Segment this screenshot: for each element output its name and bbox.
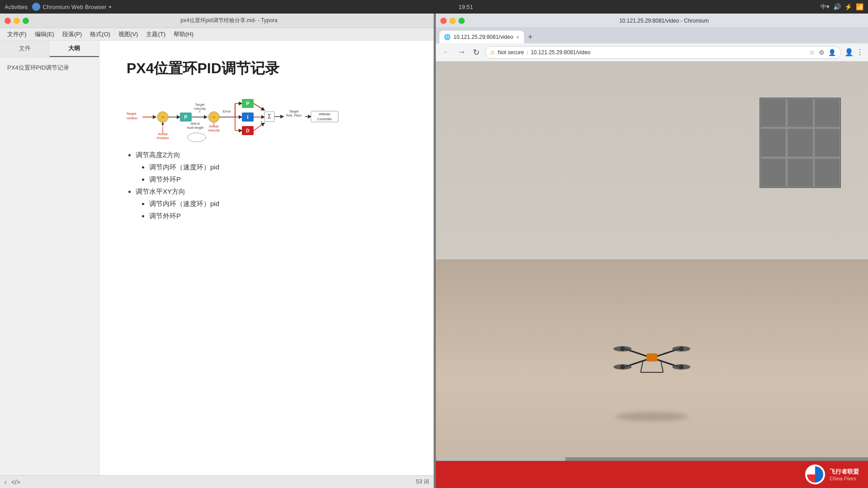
svg-text:hush length: hush length <box>187 126 203 130</box>
chrome-new-tab-button[interactable]: + <box>524 31 537 43</box>
sys-icon-3: 📶 <box>856 3 863 10</box>
svg-text:D: D <box>246 128 250 133</box>
chrome-tab-close-button[interactable]: ✕ <box>516 35 519 40</box>
svg-text:Position: Position <box>127 116 137 120</box>
sidebar-tabs: 文件 大纲 <box>0 41 99 57</box>
menu-view[interactable]: 视图(V) <box>115 29 142 40</box>
menu-paragraph[interactable]: 段落(P) <box>59 29 85 40</box>
chromium-max-button[interactable] <box>458 18 465 24</box>
typora-window-controls[interactable] <box>5 18 29 24</box>
typora-document[interactable]: PX4位置环PID调节记录 Target Position − <box>99 41 434 475</box>
typora-menubar: 文件(F) 编辑(E) 段落(P) 格式(O) 视图(V) 主题(T) 帮助(H… <box>0 28 434 41</box>
typora-sidebar: 文件 大纲 PX4位置环PID调节记录 <box>0 41 99 475</box>
menu-edit[interactable]: 编辑(E) <box>31 29 58 40</box>
tab-files[interactable]: 文件 <box>0 41 50 57</box>
scrollbar-area[interactable] <box>436 457 868 461</box>
menu-help[interactable]: 帮助(H) <box>170 29 197 40</box>
browser-name[interactable]: Chromium Web Browser ▾ <box>32 3 111 11</box>
menu-format[interactable]: 格式(O) <box>86 29 114 40</box>
chrome-tab-favicon: 🌐 <box>444 34 451 40</box>
chromium-titlebar: 10.121.25.29:8081/video - Chromium <box>436 14 868 28</box>
list-item-5: 调节内环（速度环）pid <box>149 200 406 208</box>
logo-circle <box>805 465 825 484</box>
scrollbar-thumb[interactable] <box>436 457 566 461</box>
pid-diagram: Target Position − P Target <box>127 92 398 151</box>
svg-point-61 <box>620 365 625 369</box>
tab-outline[interactable]: 大纲 <box>50 41 99 57</box>
svg-text:−: − <box>161 114 164 120</box>
svg-rect-54 <box>646 353 657 361</box>
system-bar: Activities Chromium Web Browser ▾ 19:51 … <box>0 0 868 14</box>
chrome-tab-label: 10.121.25.29:8081/video <box>453 34 513 40</box>
typora-window: px4位置环pid调节经验分享.md- - Typora 文件(F) 编辑(E)… <box>0 14 434 488</box>
activities-button[interactable]: Activities <box>5 4 28 10</box>
menu-theme[interactable]: 主题(T) <box>142 29 169 40</box>
svg-text:Target: Target <box>289 109 299 113</box>
list-item-3: 调节外环P <box>149 175 406 184</box>
sys-icon-1: 🔊 <box>833 3 841 10</box>
svg-text:Target: Target <box>127 112 137 116</box>
chromium-close-button[interactable] <box>440 18 447 24</box>
typora-min-button[interactable] <box>14 18 20 24</box>
typora-bottombar: ‹ </> 53 词 <box>0 475 434 488</box>
svg-text:Position: Position <box>157 136 169 140</box>
svg-text:P: P <box>184 114 187 120</box>
svg-point-62 <box>679 365 684 369</box>
svg-text:Velocity: Velocity <box>208 128 220 132</box>
room-shelf <box>760 98 841 188</box>
bottombar-icons[interactable]: ‹ </> <box>5 479 20 486</box>
input-method[interactable]: 中▾ <box>821 3 830 11</box>
svg-text:+: + <box>260 120 263 124</box>
logo-image <box>807 466 823 483</box>
svg-text:I: I <box>247 114 248 120</box>
outline-item-pid[interactable]: PX4位置环PID调节记录 <box>5 62 94 74</box>
chrome-tab-video[interactable]: 🌐 10.121.25.29:8081/video ✕ <box>439 31 524 43</box>
nav-back-button[interactable]: ← <box>440 47 452 58</box>
menu-nav-icon[interactable]: ⋮ <box>856 48 863 56</box>
svg-text:Target: Target <box>195 103 205 107</box>
account-icon[interactable]: 👤 <box>828 49 836 56</box>
svg-text:limit to: limit to <box>191 122 200 125</box>
chromium-addressbar: ← → ↻ ⚠ Not secure | 10.121.25.29:8081/v… <box>436 43 868 61</box>
svg-line-37 <box>254 123 264 131</box>
bookmark-icon[interactable]: ☆ <box>809 49 815 56</box>
menu-file[interactable]: 文件(F) <box>4 29 30 40</box>
chromium-min-button[interactable] <box>449 18 456 24</box>
system-time: 19:51 <box>458 4 473 10</box>
svg-point-60 <box>679 347 684 351</box>
logo-text-block: 飞行者联盟 China Fliers <box>830 468 859 481</box>
prev-icon[interactable]: ‹ <box>5 479 7 486</box>
chromium-bottom-bar: 飞行者联盟 China Fliers <box>436 461 868 488</box>
svg-text:Controller: Controller <box>317 117 332 121</box>
address-bar[interactable]: ⚠ Not secure | 10.121.25.29:8081/video ☆… <box>485 46 841 59</box>
list-item-6: 调节外环P <box>149 212 406 221</box>
security-label: Not secure <box>498 49 524 56</box>
account-nav-icon[interactable]: 👤 <box>844 48 854 56</box>
drone-shadow <box>616 412 688 421</box>
nav-reload-button[interactable]: ↻ <box>471 47 481 58</box>
typora-close-button[interactable] <box>5 18 11 24</box>
settings-icon[interactable]: ⚙ <box>819 49 825 56</box>
chromium-title: 10.121.25.29:8081/video - Chromium <box>465 18 863 24</box>
nav-forward-button[interactable]: → <box>456 47 467 58</box>
drone <box>611 340 693 376</box>
svg-point-13 <box>188 133 206 142</box>
svg-text:+: + <box>260 108 263 112</box>
browser-icon <box>32 3 40 11</box>
drone-svg <box>611 340 693 376</box>
code-icon[interactable]: </> <box>11 479 20 486</box>
typora-title: px4位置环pid调节经验分享.md- - Typora <box>29 17 429 24</box>
pid-svg: Target Position − P Target <box>127 92 398 151</box>
svg-text:Attitude: Attitude <box>319 112 330 116</box>
svg-text:P: P <box>246 101 249 106</box>
logo-line2: China Fliers <box>830 476 856 481</box>
sidebar-content: PX4位置环PID调节记录 <box>0 57 99 78</box>
svg-line-64 <box>661 361 663 372</box>
chromium-win-controls[interactable] <box>440 18 465 24</box>
svg-text:−: − <box>212 114 215 120</box>
typora-max-button[interactable] <box>23 18 29 24</box>
list-item-2: 调节内环（速度环）pid <box>149 163 406 172</box>
word-count: 53 词 <box>416 478 429 486</box>
browser-name-label: Chromium Web Browser <box>42 4 106 10</box>
video-area <box>436 61 868 457</box>
